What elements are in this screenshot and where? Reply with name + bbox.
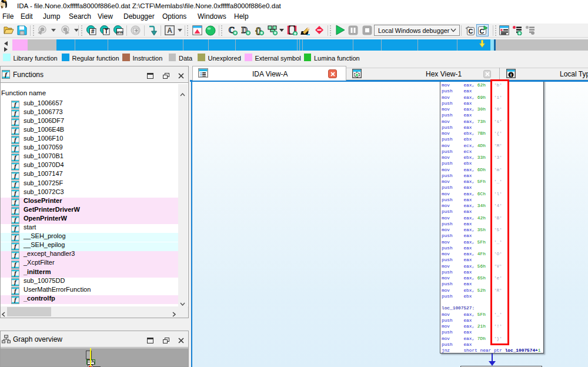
svg-text:C: C	[480, 28, 485, 35]
svg-text:C: C	[469, 28, 473, 35]
svg-text:WW: WW	[116, 31, 123, 34]
svg-text:T: T	[105, 28, 108, 35]
svg-text:t: t	[510, 72, 512, 78]
svg-text:#: #	[91, 28, 95, 35]
svg-text:A: A	[167, 26, 172, 35]
